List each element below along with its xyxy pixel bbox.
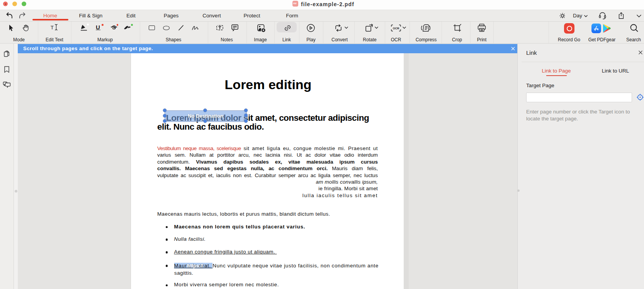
svg-text:OCR: OCR: [393, 27, 399, 30]
